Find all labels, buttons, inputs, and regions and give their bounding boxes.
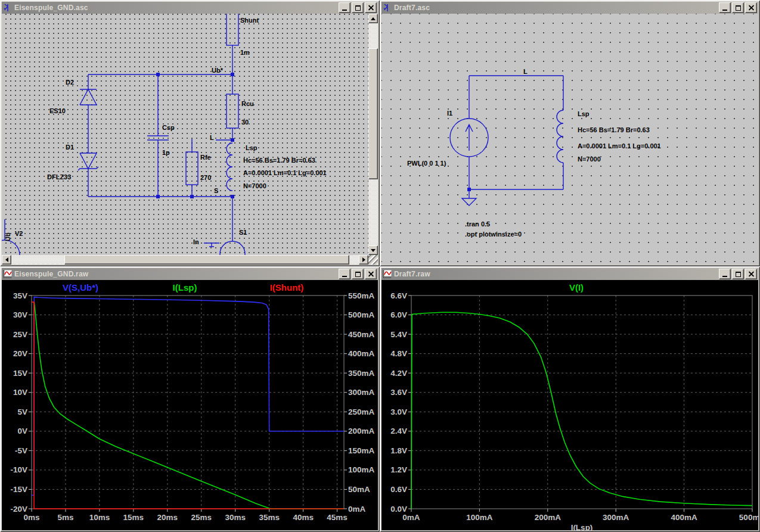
component-attribute[interactable]: A=0.0001 Lm=0.1 Lg=0.001: [243, 169, 327, 176]
spice-directive[interactable]: .tran 0.5: [465, 220, 490, 228]
x-tick-label: 20ms: [157, 513, 178, 522]
component-attribute[interactable]: A=0.0001 Lm=0.1 Lg=0.001: [578, 142, 661, 150]
legend-V(S,Ub*)[interactable]: V(S,Ub*): [63, 282, 98, 293]
schematic-file-icon: [3, 3, 13, 13]
resistor-rcu: [227, 94, 238, 128]
component-label[interactable]: Shunt: [240, 17, 259, 24]
maximize-button[interactable]: [732, 269, 744, 279]
plot-body: 0ms5ms10ms15ms20ms25ms30ms35ms40ms45ms35…: [2, 280, 378, 530]
x-tick-label: 15ms: [123, 513, 144, 522]
net-label[interactable]: L: [523, 68, 528, 75]
net-label[interactable]: Ub: [4, 232, 11, 241]
component-label[interactable]: V2: [15, 230, 23, 237]
waveform-plot-draft7[interactable]: 0mA100mA200mA300mA400mA500mA6.6V6.0V5.4V…: [381, 280, 758, 530]
minimize-button[interactable]: [719, 2, 731, 13]
y-left-tick-label: 1.2V: [390, 465, 407, 474]
close-button[interactable]: [745, 269, 757, 279]
scroll-right-button[interactable]: [359, 255, 368, 265]
window-schematic-draft7: Draft7.asc: [380, 0, 760, 266]
x-tick-label: 10ms: [89, 513, 110, 522]
schematic-canvas-draft7[interactable]: I1 PWL(0 0 1 1) L Lsp Hc=56 Bs=1.79 Br=0…: [381, 14, 758, 265]
minimize-button[interactable]: [339, 269, 350, 279]
component-label[interactable]: I1: [447, 110, 452, 117]
y-right-tick-label: 100mA: [348, 465, 375, 474]
component-value[interactable]: ES10: [49, 107, 66, 114]
y-right-tick-label: 250mA: [348, 407, 375, 416]
component-attribute[interactable]: N=7000: [243, 182, 266, 189]
schematic-body: Shunt 1m Ub* D2 ES10 D1 DFLZ33 Csp 1p Rf…: [2, 14, 378, 265]
schematic-canvas-eisenspule[interactable]: Shunt 1m Ub* D2 ES10 D1 DFLZ33 Csp 1p Rf…: [2, 14, 368, 255]
scrollbar-thumb[interactable]: [64, 255, 349, 265]
vertical-scrollbar[interactable]: [368, 14, 378, 255]
window-titlebar[interactable]: Eisenspule_GND.asc: [2, 2, 378, 14]
plot-box: [32, 295, 344, 509]
y-left-tick-label: 6.6V: [390, 291, 407, 300]
component-value[interactable]: 270: [200, 174, 211, 181]
horizontal-scrollbar[interactable]: [2, 255, 368, 265]
minimize-button[interactable]: [719, 269, 731, 279]
component-attribute[interactable]: Hc=56 Bs=1.79 Br=0.63: [578, 126, 650, 133]
scroll-down-button[interactable]: [368, 245, 378, 255]
component-value[interactable]: 30: [241, 119, 249, 126]
window-plot-eisenspule: Eisenspule_GND.raw 0ms5ms10ms15ms20ms25m…: [0, 266, 380, 532]
waveform-file-icon: [383, 269, 392, 279]
component-label[interactable]: Rcu: [241, 100, 254, 107]
minimize-icon: [722, 276, 727, 277]
close-button[interactable]: [365, 2, 377, 13]
minimize-icon: [722, 10, 727, 11]
component-value[interactable]: 1m: [240, 49, 250, 56]
component-label[interactable]: Csp: [162, 124, 175, 131]
window-title: Eisenspule_GND.raw: [14, 270, 337, 278]
net-label[interactable]: In: [193, 238, 199, 245]
x-tick-label: 500mA: [739, 513, 758, 522]
component-label[interactable]: S1: [239, 229, 247, 236]
y-right-tick-label: 500mA: [348, 310, 375, 319]
arrow-left-icon: [5, 257, 8, 262]
window-titlebar[interactable]: Draft7.asc: [381, 2, 758, 14]
waveform-plot-eisenspule[interactable]: 0ms5ms10ms15ms20ms25ms30ms35ms40ms45ms35…: [2, 280, 378, 530]
spice-directive[interactable]: .opt plotwinsize=0: [465, 231, 522, 238]
component-label[interactable]: D2: [66, 79, 74, 86]
window-titlebar[interactable]: Eisenspule_GND.raw: [2, 268, 378, 280]
component-attribute[interactable]: Hc=56 Bs=1.79 Br=0.63: [243, 157, 315, 164]
y-left-tick-label: 20V: [13, 349, 27, 358]
maximize-button[interactable]: [732, 2, 744, 13]
maximize-button[interactable]: [352, 2, 364, 13]
close-button[interactable]: [745, 2, 757, 13]
window-titlebar[interactable]: Draft7.raw: [381, 268, 758, 280]
junction: [467, 188, 471, 191]
close-icon: [368, 5, 374, 11]
component-value[interactable]: DFLZ33: [47, 173, 71, 181]
net-label[interactable]: Ub*: [212, 67, 223, 74]
net-label[interactable]: L: [210, 134, 214, 141]
component-value[interactable]: 1p: [162, 149, 170, 156]
x-tick-label: 100mA: [466, 513, 493, 522]
net-label[interactable]: S: [214, 187, 218, 194]
legend-I(Lsp)[interactable]: I(Lsp): [173, 282, 197, 293]
junction: [156, 73, 160, 76]
component-label[interactable]: Lsp: [578, 110, 590, 117]
y-right-tick-label: 50mA: [348, 485, 370, 494]
y-right-tick-label: 450mA: [348, 330, 375, 339]
scroll-up-button[interactable]: [368, 14, 378, 23]
minimize-button[interactable]: [339, 2, 350, 13]
maximize-button[interactable]: [352, 269, 364, 279]
scrollbar-thumb[interactable]: [368, 48, 378, 179]
component-label[interactable]: D1: [66, 144, 74, 151]
maximize-icon: [736, 272, 741, 277]
y-left-tick-label: 25V: [13, 330, 27, 339]
legend-V(I)[interactable]: V(I): [569, 282, 584, 293]
y-left-tick-label: 1.8V: [390, 446, 407, 455]
minimize-icon: [342, 276, 347, 277]
window-title: Eisenspule_GND.asc: [14, 4, 337, 12]
legend-I(Shunt)[interactable]: I(Shunt): [270, 282, 304, 293]
close-button[interactable]: [365, 269, 377, 279]
x-tick-label: 0mA: [402, 513, 420, 522]
resize-grip[interactable]: [368, 255, 378, 265]
switch-s1: [220, 241, 245, 255]
component-value[interactable]: PWL(0 0 1 1): [407, 160, 446, 167]
component-label[interactable]: Rfe: [200, 154, 211, 161]
component-attribute[interactable]: N=7000: [578, 155, 601, 163]
scroll-left-button[interactable]: [2, 255, 11, 265]
component-label[interactable]: Lsp: [246, 144, 258, 151]
